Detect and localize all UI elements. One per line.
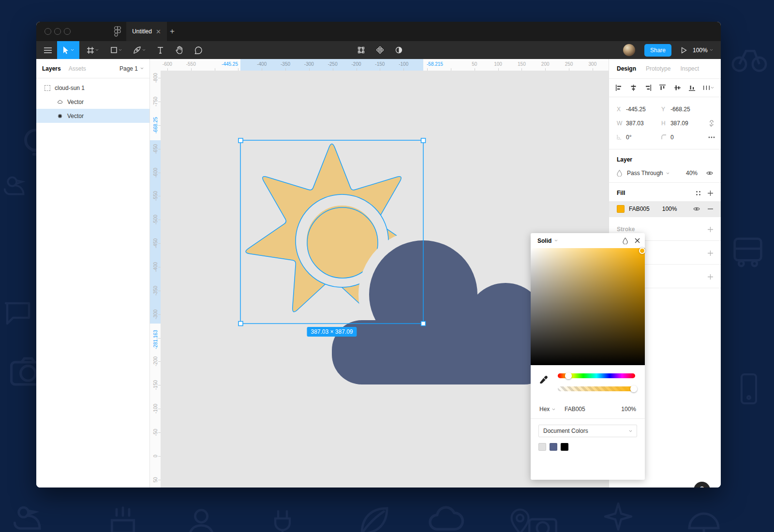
align-h-center-icon[interactable]	[630, 85, 637, 91]
text-tool-button[interactable]	[152, 41, 168, 59]
blend-droplet-icon[interactable]	[623, 237, 628, 244]
add-fill-icon[interactable]	[708, 191, 713, 196]
document-color-swatch[interactable]	[561, 443, 568, 451]
ruler-tick	[569, 68, 569, 71]
avatar[interactable]	[623, 44, 635, 56]
document-color-swatch[interactable]	[550, 443, 557, 451]
layer-visibility-icon[interactable]	[706, 171, 713, 176]
traffic-light-minimize[interactable]	[54, 28, 61, 35]
tab-title: Untitled	[132, 28, 152, 35]
selection-size-badge: 387.03 × 387.09	[307, 327, 357, 337]
new-tab-button[interactable]: +	[170, 27, 175, 36]
fill-swatch[interactable]	[617, 205, 625, 213]
traffic-light-close[interactable]	[45, 28, 51, 35]
edit-object-icon[interactable]	[354, 41, 368, 59]
align-bottom-icon[interactable]	[689, 85, 695, 91]
fill-row[interactable]: FAB005 100%	[609, 201, 721, 217]
layer-row-sun-vector[interactable]: Vector	[36, 109, 149, 123]
fill-visibility-icon[interactable]	[693, 207, 700, 211]
add-effect-icon[interactable]	[708, 251, 713, 256]
tab-design[interactable]: Design	[617, 65, 636, 72]
ruler-label: -300	[304, 61, 314, 67]
fill-styles-icon[interactable]	[696, 191, 701, 196]
traffic-light-zoom[interactable]	[64, 28, 71, 35]
height-field[interactable]: H387.09	[661, 120, 706, 127]
document-color-swatch[interactable]	[538, 443, 546, 451]
tab-layers[interactable]: Layers	[42, 65, 61, 72]
hue-slider[interactable]	[558, 373, 635, 378]
saturation-thumb[interactable]	[639, 248, 645, 254]
y-field[interactable]: Y-668.25	[661, 106, 706, 113]
fill-hex-value[interactable]: FAB005	[629, 206, 650, 212]
blend-mode-select[interactable]: Pass Through	[627, 170, 670, 177]
ruler-tick	[158, 338, 161, 339]
width-field[interactable]: W387.03	[617, 120, 661, 127]
horizontal-ruler[interactable]: -445.25 -58.215 -600-550-400-350-300-250…	[150, 59, 609, 71]
ruler-label: -200	[153, 356, 158, 366]
fill-section: Fill FAB005 100%	[609, 183, 721, 217]
tab-assets[interactable]: Assets	[69, 65, 86, 72]
shape-tool-button[interactable]	[105, 41, 127, 59]
alpha-slider[interactable]	[558, 386, 635, 391]
hue-thumb[interactable]	[565, 372, 572, 379]
frame-tool-button[interactable]	[82, 41, 104, 59]
ruler-tick	[158, 220, 161, 220]
layer-row-frame[interactable]: cloud-sun 1	[36, 81, 149, 95]
hand-tool-button[interactable]	[170, 41, 188, 59]
saturation-area[interactable]	[531, 248, 645, 365]
mask-icon[interactable]	[391, 41, 406, 59]
add-export-icon[interactable]	[708, 274, 713, 280]
component-icon[interactable]	[372, 41, 387, 59]
hex-mode-select[interactable]: Hex	[539, 406, 565, 413]
person-icon	[183, 504, 220, 532]
hex-input[interactable]: FAB005	[565, 406, 609, 413]
ruler-label: -550	[186, 61, 196, 67]
document-colors-select[interactable]: Document Colors	[538, 425, 637, 437]
blend-mode-icon[interactable]	[617, 170, 622, 177]
layer-row-cloud-vector[interactable]: Vector	[36, 95, 149, 109]
ruler-label: -400	[257, 61, 267, 67]
layer-opacity-field[interactable]: 40%	[686, 170, 698, 177]
move-tool-button[interactable]	[57, 41, 79, 59]
ruler-tick	[498, 68, 499, 71]
x-field[interactable]: X-445.25	[617, 106, 661, 113]
align-top-icon[interactable]	[659, 85, 666, 91]
alpha-thumb[interactable]	[630, 385, 637, 392]
fill-opacity-value[interactable]: 100%	[662, 206, 677, 212]
remove-fill-icon[interactable]	[708, 208, 713, 209]
hex-mode-label: Hex	[539, 406, 550, 413]
present-button[interactable]	[678, 41, 690, 59]
align-v-center-icon[interactable]	[674, 85, 681, 91]
layer-name: cloud-sun 1	[55, 85, 85, 91]
tab-inspect[interactable]: Inspect	[680, 65, 699, 72]
help-button[interactable]: ?	[694, 482, 710, 488]
tab-untitled[interactable]: Untitled ✕	[126, 22, 167, 41]
page-selector[interactable]: Page 1	[119, 65, 144, 72]
pen-tool-button[interactable]	[129, 41, 150, 59]
figma-window: Untitled ✕ +	[36, 22, 721, 488]
close-icon[interactable]	[635, 238, 640, 243]
alpha-input[interactable]: 100%	[621, 406, 636, 413]
tab-prototype[interactable]: Prototype	[646, 65, 670, 72]
tab-close-icon[interactable]: ✕	[156, 28, 161, 35]
color-mode-select[interactable]: Solid	[537, 237, 558, 244]
comment-tool-button[interactable]	[190, 41, 207, 59]
rotation-field[interactable]: 0°	[617, 134, 661, 141]
more-options-icon[interactable]	[706, 136, 718, 138]
distribute-menu-icon[interactable]	[703, 85, 714, 91]
ruler-label: -550	[153, 191, 158, 201]
vertical-ruler[interactable]: -668.25 -281.163 -800-750-650-600-550-50…	[150, 71, 161, 488]
eyedropper-icon[interactable]	[539, 376, 548, 384]
corner-radius-field[interactable]: 0	[661, 134, 706, 141]
share-button[interactable]: Share	[644, 44, 671, 57]
zoom-control[interactable]: 100%	[693, 41, 713, 59]
add-stroke-icon[interactable]	[708, 227, 713, 232]
y-label: Y	[661, 106, 666, 113]
rotation-value: 0°	[626, 134, 631, 141]
constrain-proportions-icon[interactable]	[706, 120, 718, 127]
align-right-icon[interactable]	[645, 85, 651, 91]
main-menu-button[interactable]	[39, 41, 57, 59]
fill-section-title: Fill	[617, 190, 625, 196]
align-left-icon[interactable]	[616, 85, 622, 91]
figma-logo-icon[interactable]	[114, 26, 121, 37]
